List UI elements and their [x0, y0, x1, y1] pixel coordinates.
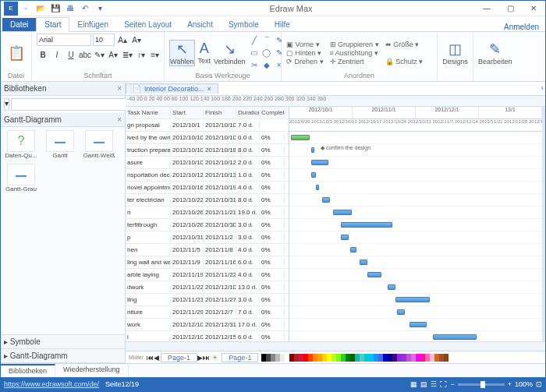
ellipse-icon[interactable]: ◯	[261, 48, 272, 58]
page-tab2[interactable]: Page-1	[222, 353, 258, 362]
center-button[interactable]: ✛ Zentriert	[330, 58, 379, 65]
close-button[interactable]: ✕	[522, 1, 545, 16]
undo-icon[interactable]: ↶	[78, 2, 92, 16]
shape-item[interactable]: ▬▬Gantt-Grau	[4, 164, 38, 192]
align-button[interactable]: ≡▾	[149, 48, 161, 61]
close-icon[interactable]: ×	[117, 115, 122, 124]
zoom-level[interactable]: 100%	[515, 380, 533, 388]
table-row[interactable]: ling2012/11/232012/11/273.0 d.0%	[126, 294, 289, 306]
table-row[interactable]: gn proposal2012/10/12012/10/107.0 d.	[126, 119, 289, 132]
table-row[interactable]: n2012/10/262012/11/2119.0 d.0%	[126, 207, 289, 219]
edit-button[interactable]: ✎Bearbeiten	[478, 41, 512, 65]
tab-file[interactable]: Datei	[2, 18, 36, 31]
rect-icon[interactable]: ▭	[249, 48, 260, 58]
save-icon[interactable]: 💾	[48, 2, 62, 16]
line-icon[interactable]: ╱	[249, 35, 260, 46]
highlight-button[interactable]: ✎▾	[93, 48, 105, 61]
spacing-button[interactable]: ↕▾	[135, 48, 147, 61]
new-icon[interactable]: ▫	[19, 2, 33, 16]
view-icon3[interactable]: ☰	[431, 380, 437, 388]
paste-button[interactable]: 📋	[5, 44, 27, 62]
table-row[interactable]: ived by the owners2012/10/102012/10/100.…	[126, 132, 289, 144]
underline-button[interactable]: U	[65, 48, 77, 61]
btab-libraries[interactable]: Bibliotheken	[1, 364, 55, 377]
collapse-icon[interactable]: ‹	[541, 83, 544, 92]
node-icon[interactable]: ◆	[261, 60, 272, 71]
zoom-slider[interactable]	[458, 383, 505, 386]
size-button[interactable]: ⬌ Größe ▾	[385, 41, 424, 48]
font-size-combo[interactable]: 10	[93, 34, 115, 46]
status-url[interactable]: https://www.edrawsoft.com/de/	[4, 380, 99, 388]
tab-symbols[interactable]: Symbole	[221, 18, 267, 31]
tab-insert[interactable]: Einfügen	[69, 18, 115, 31]
table-row[interactable]: arble laying2012/11/192012/11/224.0 d.0%	[126, 269, 289, 281]
lib-category-combo[interactable]: ▾	[4, 98, 9, 111]
redo-icon[interactable]: ▾	[93, 2, 107, 16]
fullscreen-icon[interactable]: ⛶	[440, 380, 447, 388]
color-palette[interactable]	[261, 354, 545, 362]
table-row[interactable]: niture2012/11/292012/12/77.0 d.0%	[126, 306, 289, 319]
table-row[interactable]: truction preparation2012/10/102012/10/18…	[126, 144, 289, 157]
page-tab[interactable]: Page-1	[161, 353, 197, 362]
text-tool[interactable]: AText	[198, 41, 211, 65]
designs-button[interactable]: ◫Designs	[442, 41, 468, 65]
tab-view[interactable]: Ansicht	[179, 18, 221, 31]
fit-page-icon[interactable]: ⊡	[536, 380, 542, 388]
minimize-button[interactable]: —	[475, 1, 498, 16]
bullets-button[interactable]: ≣▾	[121, 48, 133, 61]
maximize-button[interactable]: ▢	[498, 1, 522, 16]
crop-icon[interactable]: ✂	[249, 60, 260, 71]
btab-recovery[interactable]: Wiederherstellung	[55, 364, 129, 377]
close-icon[interactable]: ×	[207, 85, 211, 93]
zoom-in-button[interactable]: +	[508, 380, 512, 388]
app-icon[interactable]: E	[4, 2, 18, 16]
view-icon2[interactable]: ▤	[420, 380, 427, 388]
open-icon[interactable]: 📂	[34, 2, 48, 16]
add-page-button[interactable]: +	[210, 354, 220, 362]
table-row[interactable]: asure2012/10/102012/10/122.0 d.0%	[126, 157, 289, 169]
send-back-button[interactable]: ▢ Hinten ▾	[286, 49, 324, 57]
align-button2[interactable]: ≡ Ausrichtung ▾	[330, 49, 379, 57]
search-input[interactable]	[11, 98, 144, 111]
doc-tab[interactable]: 📄 Interior Decoratio... ×	[126, 83, 218, 94]
table-row[interactable]: terfittrough2012/10/262012/10/303.0 d.0%	[126, 219, 289, 231]
shape-item[interactable]: ▬▬Gantt	[43, 130, 77, 159]
tab-help[interactable]: Hilfe	[267, 18, 298, 31]
table-row[interactable]: nsportation decorate terial2012/10/12201…	[126, 169, 289, 182]
table-row[interactable]: hen2012/11/52012/11/84.0 d.0%	[126, 244, 289, 256]
arc-icon[interactable]: ⌒	[261, 35, 272, 46]
gantt-header2[interactable]: ▸ Gantt-Diagramm	[1, 349, 125, 363]
grow-font-icon[interactable]: A▴	[116, 34, 129, 46]
connector-tool[interactable]: ↘Verbinden	[214, 41, 246, 65]
protect-button[interactable]: 🔒 Schutz ▾	[385, 58, 424, 65]
shrink-font-icon[interactable]: A▾	[130, 34, 143, 46]
close-icon[interactable]: ×	[117, 84, 122, 93]
page-nav-next[interactable]: ▶	[197, 354, 203, 362]
table-row[interactable]: dwork2012/11/222012/12/1013.0 d.0%	[126, 281, 289, 294]
horizontal-scrollbar[interactable]	[126, 341, 545, 351]
strike-button[interactable]: abc	[79, 48, 91, 61]
select-tool[interactable]: ↖Wählen	[169, 40, 195, 66]
page-nav-first[interactable]: ⏮	[147, 354, 154, 362]
table-row[interactable]: ter electrician2012/10/222012/10/318.0 d…	[126, 194, 289, 207]
print-icon[interactable]: 🖶	[63, 2, 77, 16]
signin-link[interactable]: Anmelden	[504, 23, 539, 31]
bold-button[interactable]: B	[37, 48, 49, 61]
page-nav-last[interactable]: ⏭	[203, 354, 210, 362]
rotate-button[interactable]: ⟳ Drehen ▾	[286, 58, 324, 65]
italic-button[interactable]: I	[51, 48, 63, 61]
table-row[interactable]: l2012/12/102012/12/156.0 d.0%	[126, 331, 289, 341]
zoom-out-button[interactable]: −	[450, 380, 454, 388]
view-icon[interactable]: ▦	[410, 380, 417, 388]
table-row[interactable]: ling wall and wall ck2012/11/92012/11/16…	[126, 256, 289, 269]
table-row[interactable]: work2012/12/102012/12/3117.0 d.0%	[126, 319, 289, 331]
tab-start[interactable]: Start	[36, 17, 69, 32]
bring-front-button[interactable]: ▣ Vorne ▾	[286, 41, 324, 48]
page-nav-prev[interactable]: ◀	[154, 354, 159, 362]
shape-item[interactable]: ?Daten-Qu...	[4, 130, 38, 159]
gantt-bars-area[interactable]: 2012/10/12012/11/12012/12/113/1 2012/9/2…	[289, 107, 542, 341]
font-name-combo[interactable]: Arial	[37, 34, 91, 46]
group-button[interactable]: ⊞ Gruppieren ▾	[330, 41, 379, 48]
fontcolor-button[interactable]: A▾	[107, 48, 119, 61]
shape-item[interactable]: ▬▬Gantt-Weiß	[82, 130, 116, 159]
